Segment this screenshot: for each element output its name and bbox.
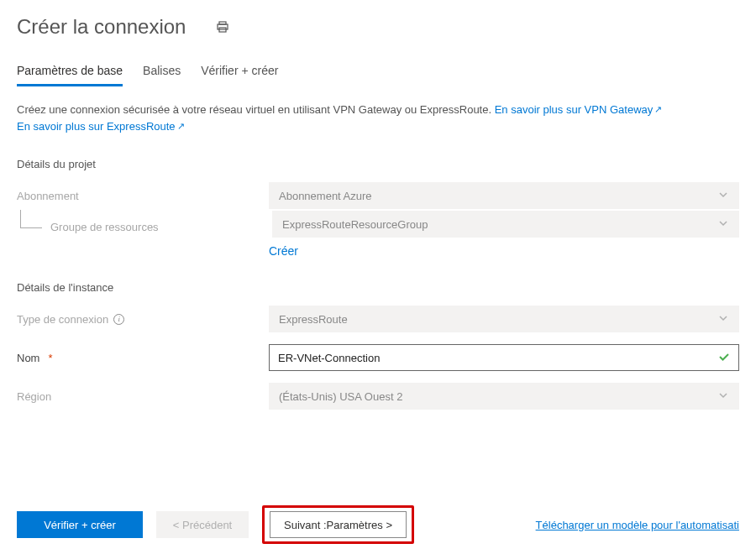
description-body: Créez une connexion sécurisée à votre ré… (17, 103, 495, 116)
label-connection-type: Type de connexion i (17, 313, 260, 326)
external-link-icon: ↗ (654, 104, 662, 114)
expressroute-link[interactable]: En savoir plus sur ExpressRoute↗ (17, 120, 185, 133)
select-connection-type[interactable]: ExpressRoute (269, 306, 739, 332)
indent-connector (20, 210, 42, 228)
input-name-value: ER-VNet-Connection (278, 352, 380, 364)
select-subscription[interactable]: Abonnement Azure (269, 182, 739, 209)
next-button[interactable]: Suivant :Paramètres > (270, 511, 407, 538)
download-template-link[interactable]: Télécharger un modèle pour l'automatisat… (536, 519, 739, 531)
external-link-icon: ↗ (177, 121, 185, 131)
tab-tags[interactable]: Balises (143, 64, 181, 86)
select-connection-type-value: ExpressRoute (279, 313, 348, 326)
next-button-highlight: Suivant :Paramètres > (262, 505, 414, 544)
label-region: Région (17, 390, 260, 403)
select-region[interactable]: (États-Unis) USA Ouest 2 (269, 383, 739, 410)
chevron-down-icon (717, 312, 729, 327)
vpn-gateway-link[interactable]: En savoir plus sur VPN Gateway↗ (495, 103, 663, 116)
chevron-down-icon (717, 189, 729, 203)
select-region-value: (États-Unis) USA Ouest 2 (279, 390, 402, 403)
review-create-button[interactable]: Vérifier + créer (17, 511, 143, 538)
create-new-rg-link[interactable]: Créer (269, 244, 298, 258)
label-name: Nom* (17, 352, 260, 364)
section-instance-details: Détails de l'instance (0, 258, 756, 294)
previous-button: < Précédent (156, 511, 249, 538)
tabs: Paramètres de base Balises Vérifier + cr… (0, 39, 756, 86)
footer: Vérifier + créer < Précédent Suivant :Pa… (0, 505, 756, 544)
chevron-down-icon (717, 217, 729, 232)
info-icon[interactable]: i (113, 314, 124, 325)
label-resource-group: Groupe de ressources (50, 216, 264, 233)
check-icon (718, 351, 730, 365)
label-subscription: Abonnement (17, 190, 260, 202)
select-subscription-value: Abonnement Azure (279, 190, 372, 202)
select-resource-group-value: ExpressRouteResourceGroup (282, 218, 428, 231)
tab-basics[interactable]: Paramètres de base (17, 64, 123, 86)
print-icon[interactable] (216, 20, 229, 34)
select-resource-group[interactable]: ExpressRouteResourceGroup (272, 211, 739, 238)
input-name[interactable]: ER-VNet-Connection (269, 344, 739, 371)
page-title: Créer la connexion (17, 15, 186, 39)
description-text: Créez une connexion sécurisée à votre ré… (0, 86, 756, 134)
section-project-details: Détails du projet (0, 134, 756, 170)
required-marker: * (48, 352, 52, 364)
tab-review[interactable]: Vérifier + créer (201, 64, 278, 86)
chevron-down-icon (717, 389, 729, 404)
